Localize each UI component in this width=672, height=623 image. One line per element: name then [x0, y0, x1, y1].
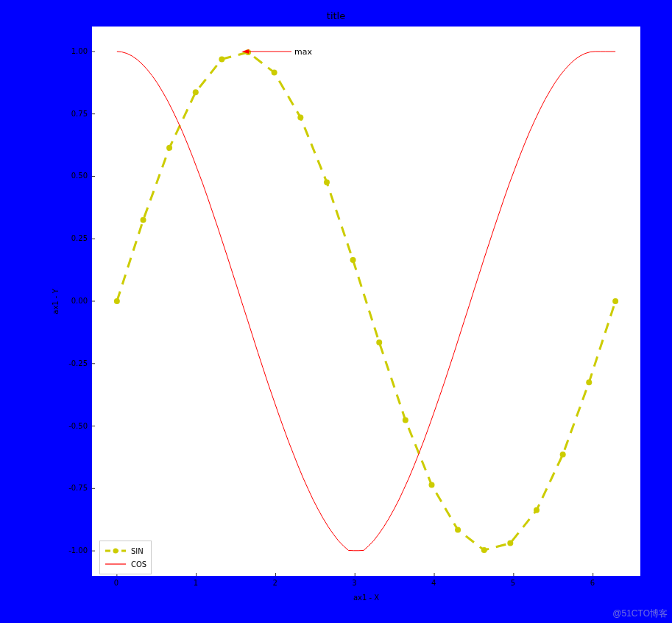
y-tick-label: 0.25: [71, 234, 88, 242]
chart-svg: max: [92, 27, 640, 576]
legend-entry-cos: COS: [105, 557, 146, 571]
x-tick-label: 4: [431, 579, 436, 587]
svg-point-33: [560, 451, 566, 457]
legend: SIN COS: [99, 541, 152, 574]
svg-point-19: [193, 89, 199, 95]
x-tick-label: 3: [352, 579, 356, 587]
y-tick-label: 0.50: [71, 172, 88, 180]
svg-point-17: [141, 217, 146, 223]
x-axis-label: ax1 - X: [92, 594, 640, 602]
legend-label-cos: COS: [131, 560, 146, 569]
svg-point-22: [272, 69, 277, 75]
x-tick-label: 6: [590, 579, 595, 587]
y-tick-label: 0.75: [71, 110, 88, 118]
svg-text:max: max: [294, 47, 312, 57]
svg-point-20: [219, 56, 224, 62]
x-tick-label: 2: [272, 579, 277, 587]
watermark: @51CTO博客: [612, 608, 668, 620]
x-tick-label: 5: [511, 579, 515, 587]
plot-area: max: [92, 27, 640, 576]
svg-point-40: [113, 549, 119, 554]
y-tick-label: -0.25: [68, 359, 88, 367]
y-axis-label: ax1 - Y: [50, 27, 60, 576]
y-tick-label: -0.75: [68, 484, 88, 492]
y-tick-label: -0.50: [68, 422, 88, 430]
svg-point-31: [507, 541, 513, 546]
y-tick-label: 0.00: [71, 297, 88, 305]
y-tick-label: 1.00: [71, 47, 88, 55]
chart-title: title: [0, 10, 672, 21]
svg-point-16: [114, 298, 120, 304]
legend-swatch-cos: [105, 559, 127, 569]
svg-point-30: [481, 547, 487, 553]
svg-point-28: [428, 482, 434, 488]
legend-entry-sin: SIN: [105, 544, 146, 557]
svg-point-29: [455, 527, 461, 533]
svg-point-24: [324, 180, 330, 186]
y-tick-label: -1.00: [68, 546, 88, 555]
svg-point-25: [350, 257, 356, 263]
legend-swatch-sin: [105, 546, 127, 556]
svg-point-23: [297, 114, 303, 120]
svg-point-27: [403, 417, 408, 423]
x-tick-label: 1: [194, 579, 198, 587]
svg-point-18: [166, 145, 172, 151]
svg-point-26: [376, 339, 382, 345]
svg-point-34: [586, 379, 592, 385]
svg-point-32: [534, 507, 540, 513]
x-tick-label: 0: [114, 579, 119, 587]
legend-label-sin: SIN: [131, 547, 144, 555]
svg-point-35: [612, 298, 618, 304]
